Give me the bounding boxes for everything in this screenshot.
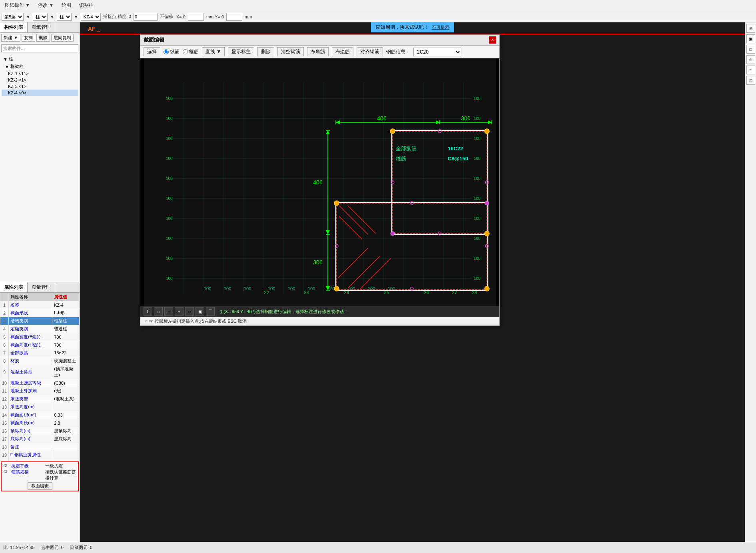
- row-22: 22 抗震等级 一级抗震: [2, 463, 77, 469]
- component-toolbar: 新建 ▼ 复制 删除 层间复制: [0, 33, 80, 43]
- svg-text:100: 100: [224, 286, 231, 291]
- svg-point-114: [485, 286, 489, 291]
- toolbar-item-identify-column[interactable]: 识别柱: [77, 1, 96, 10]
- clear-rebar-btn[interactable]: 清空钢筋: [277, 47, 304, 56]
- select-btn[interactable]: 选择: [144, 47, 160, 56]
- arc-btn[interactable]: ⌒: [206, 307, 215, 316]
- snap-input[interactable]: [134, 13, 158, 21]
- table-row: 16 顶标高(m) 层顶标高: [0, 427, 80, 435]
- rect-btn[interactable]: □: [154, 307, 163, 316]
- floor-copy-btn[interactable]: 层间复制: [51, 34, 74, 42]
- table-row: 3 结构类别 框架柱: [0, 317, 80, 325]
- table-row: 4 定额类别 普通柱: [0, 325, 80, 333]
- svg-point-101: [438, 232, 441, 235]
- svg-text:100: 100: [166, 96, 173, 101]
- plus-btn[interactable]: +: [175, 307, 184, 316]
- svg-point-99: [438, 130, 441, 133]
- main-layout: 构件列表 图纸管理 新建 ▼ 复制 删除 层间复制 ▼ 柱 ▼ 框架柱: [0, 22, 756, 542]
- copy-btn[interactable]: 复制: [22, 34, 35, 42]
- tab-component-list[interactable]: 构件列表: [0, 22, 28, 32]
- layer-select[interactable]: 第5层: [2, 13, 24, 21]
- longitudinal-radio-text: 纵筋: [170, 48, 180, 55]
- svg-point-110: [335, 244, 338, 248]
- toolbar-item-draw[interactable]: 绘图: [59, 1, 74, 10]
- line-btn[interactable]: 直线 ▼: [202, 47, 225, 56]
- delete-btn[interactable]: 删除: [36, 34, 50, 42]
- scale-label: 比: 11.95~14.95: [3, 545, 35, 551]
- table-row: 1 名称 KZ-4: [0, 301, 80, 309]
- col-prop-name: 属性名称: [9, 293, 52, 301]
- code-select[interactable]: KZ-4: [81, 13, 101, 21]
- tree-item-frame-column[interactable]: ▼ 框架柱: [2, 63, 78, 70]
- props-panel-tabs: 属性列表 图量管理: [0, 282, 80, 293]
- notification-close-btn[interactable]: 不再提示: [432, 24, 449, 30]
- display-marks-btn[interactable]: 显示标主: [228, 47, 254, 56]
- table-row: 2 截面形状 L-b形: [0, 309, 80, 317]
- tab-props[interactable]: 属性列表: [0, 282, 28, 292]
- svg-text:100: 100: [166, 216, 173, 221]
- section-edit-btn[interactable]: 截面编辑: [28, 482, 52, 490]
- mm-label: mm: [244, 14, 253, 19]
- tab-quantity[interactable]: 图量管理: [28, 282, 55, 292]
- svg-text:全部纵筋: 全部纵筋: [396, 146, 417, 152]
- table-row: 12 泵送类型 (混凝土泵): [0, 395, 80, 403]
- table-row: 15 截面周长(m) 2.8: [0, 419, 80, 427]
- mini-btn-1[interactable]: ⊞: [746, 24, 755, 33]
- dash-btn[interactable]: —: [185, 307, 194, 316]
- longitudinal-radio-label[interactable]: 纵筋: [164, 48, 180, 55]
- second-toolbar: 第5层 ▼ 柱 ▼ 柱 ▼ KZ-4 捕捉点 精度: 0 不偏移 X= 0 mm…: [0, 11, 756, 22]
- search-input[interactable]: [1, 44, 78, 52]
- svg-text:100: 100: [166, 256, 173, 261]
- svg-point-107: [410, 202, 413, 205]
- tree-item-kz4[interactable]: KZ-4 <0>: [2, 90, 78, 96]
- mini-btn-4[interactable]: ⊕: [746, 55, 755, 64]
- corner-rebar-btn[interactable]: 布角筋: [307, 47, 329, 56]
- toolbar-item-modify[interactable]: 停改 ▼: [36, 1, 56, 10]
- svg-point-104: [485, 201, 489, 205]
- draw-line-btn[interactable]: L: [144, 307, 152, 316]
- type-select[interactable]: 柱: [33, 13, 48, 21]
- props-scroll: 属性名称 属性值 1 名称 KZ-4 2 截面形状 L-b形 3 结构类别 框架…: [0, 293, 80, 461]
- svg-point-116: [334, 201, 339, 206]
- new-btn[interactable]: 新建 ▼: [1, 34, 20, 42]
- tab-drawing-manage[interactable]: 图纸管理: [28, 22, 55, 32]
- x-input[interactable]: [188, 13, 204, 21]
- tree-item-kz2[interactable]: KZ-2 <1>: [2, 77, 78, 83]
- tree-item-kz3[interactable]: KZ-3 <1>: [2, 83, 78, 90]
- svg-point-113: [485, 231, 489, 236]
- svg-text:100: 100: [204, 286, 211, 291]
- svg-text:100: 100: [166, 156, 173, 161]
- svg-text:100: 100: [288, 286, 295, 291]
- rebar-select[interactable]: 2C20 1C20 3C20: [413, 48, 461, 56]
- dialog-close-btn[interactable]: ×: [489, 36, 496, 44]
- longitudinal-radio[interactable]: [164, 49, 169, 54]
- table-row: 10 混凝土强度等级 (C30): [0, 379, 80, 387]
- svg-point-111: [390, 129, 395, 134]
- expand-arrow: ▼: [5, 64, 9, 69]
- y-input[interactable]: [226, 13, 242, 21]
- fill-btn[interactable]: ▣: [195, 307, 204, 316]
- toolbar-item-drawing-ops[interactable]: 图纸操作 ▼: [2, 1, 32, 10]
- mini-btn-5[interactable]: ≡: [746, 66, 755, 74]
- mini-btn-2[interactable]: ▣: [746, 34, 755, 43]
- notification-text: 缩短周期，快来试试吧！: [376, 24, 429, 31]
- table-row: 20 其它钢筋: [0, 459, 80, 461]
- align-rebar-btn[interactable]: 对齐钢筋: [357, 47, 383, 56]
- stirrup-radio[interactable]: [183, 49, 188, 54]
- svg-point-102: [391, 181, 394, 184]
- edge-rebar-btn[interactable]: 布边筋: [332, 47, 353, 56]
- table-row: 13 泵送高度(m): [0, 403, 80, 411]
- delete-rebar-btn[interactable]: 删除: [257, 47, 274, 56]
- cad-area[interactable]: 缩短周期，快来试试吧！ 不再提示 AF _ 截面编辑 × 选择 纵筋: [80, 22, 745, 542]
- tree-item-kz1[interactable]: KZ-1 <11>: [2, 70, 78, 77]
- mini-btn-3[interactable]: □: [746, 45, 755, 54]
- stirrup-radio-label[interactable]: 箍筋: [183, 48, 199, 55]
- table-row: 11 混凝土外加剂 (无): [0, 387, 80, 395]
- section-edit-row: 截面编辑: [2, 482, 77, 490]
- perp-btn[interactable]: ⊥: [164, 307, 173, 316]
- subtype-select[interactable]: 柱: [57, 13, 72, 21]
- tree-item-column[interactable]: ▼ 柱: [2, 55, 78, 63]
- mini-btn-6[interactable]: ⊡: [746, 76, 755, 85]
- svg-point-115: [334, 286, 339, 291]
- dialog-canvas[interactable]: 22 23 24 25 26 27 28 100 100 100: [140, 58, 499, 306]
